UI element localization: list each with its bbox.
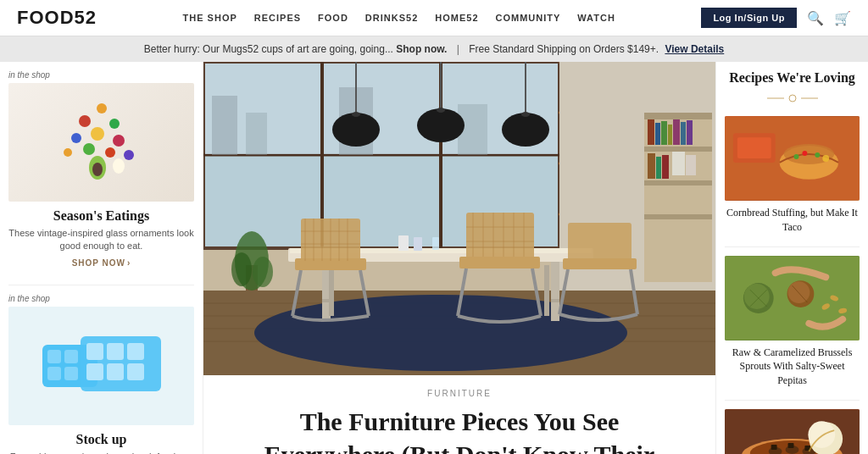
svg-point-136: [788, 281, 810, 303]
shipping-text: Free Standard Shipping on Orders $149+.: [469, 43, 659, 55]
recipes-ornament: [725, 92, 860, 108]
shop-desc-2: Freezable soup-size cubes = lunch for da…: [8, 451, 194, 454]
main-content: in the shop: [0, 62, 868, 454]
ice-tray-illustration: [34, 319, 170, 412]
recipe-card-1[interactable]: Cornbread Stuffing, but Make It Taco: [725, 116, 860, 235]
svg-rect-55: [648, 153, 655, 179]
svg-rect-46: [644, 180, 712, 185]
nav-community[interactable]: COMMUNITY: [496, 13, 561, 23]
nav-drinks52[interactable]: DRINKS52: [365, 13, 418, 23]
svg-rect-56: [656, 157, 661, 179]
shop-title-1: Season's Eatings: [8, 208, 194, 224]
site-header: FOOD52 THE SHOP RECIPES FOOD DRINKS52 HO…: [0, 0, 868, 36]
svg-rect-49: [655, 123, 660, 145]
svg-rect-102: [398, 235, 409, 251]
svg-point-113: [521, 112, 530, 117]
nav-home52[interactable]: HOME52: [435, 13, 478, 23]
svg-point-128: [815, 152, 820, 158]
shop-now-link[interactable]: Shop now.: [396, 43, 447, 55]
svg-point-119: [789, 95, 796, 102]
svg-point-3: [91, 127, 104, 141]
svg-point-9: [124, 150, 134, 160]
svg-rect-72: [322, 299, 331, 302]
ornaments-illustration: [51, 91, 153, 193]
furniture-scene-svg: [203, 62, 715, 375]
svg-point-112: [502, 113, 549, 147]
cart-icon[interactable]: 🛒: [834, 10, 851, 26]
svg-point-0: [97, 103, 107, 114]
recipe-card-2[interactable]: Raw & Caramelized Brussels Sprouts With …: [725, 256, 860, 388]
svg-rect-47: [644, 214, 712, 219]
view-details-link[interactable]: View Details: [665, 43, 724, 55]
svg-rect-50: [661, 121, 667, 145]
svg-rect-57: [662, 155, 669, 179]
svg-rect-70: [329, 265, 334, 316]
shop-card-2: in the shop: [8, 294, 194, 454]
svg-rect-15: [64, 350, 78, 363]
svg-point-107: [352, 112, 360, 117]
recipes-title: Recipes We're Loving: [725, 70, 860, 86]
svg-point-117: [253, 257, 273, 287]
svg-point-5: [113, 135, 125, 147]
article-label: FURNITURE: [237, 389, 682, 398]
svg-rect-24: [127, 363, 144, 380]
svg-point-152: [808, 421, 835, 448]
svg-rect-22: [86, 363, 103, 380]
shop-title-2: Stock up: [8, 432, 194, 447]
svg-point-11: [92, 163, 103, 176]
shop-image-2: [8, 307, 194, 425]
svg-rect-16: [47, 367, 61, 380]
hero-image: [203, 62, 715, 375]
nav-food[interactable]: FOOD: [318, 13, 348, 23]
svg-rect-98: [568, 223, 632, 261]
recipe-image-1: [725, 116, 860, 201]
svg-rect-123: [737, 137, 771, 158]
svg-point-7: [105, 147, 115, 158]
recipe-card-3[interactable]: Chocolate Chunk & Pecan Pie With No-Chur…: [725, 409, 860, 454]
svg-point-110: [437, 108, 445, 113]
nav-watch[interactable]: WATCH: [577, 13, 615, 23]
nav-the-shop[interactable]: THE SHOP: [183, 13, 237, 23]
left-sidebar: in the shop: [0, 62, 203, 454]
svg-rect-149: [788, 443, 794, 448]
nav-recipes[interactable]: RECIPES: [254, 13, 301, 23]
shop-desc-1: These vintage-inspired glass ornaments l…: [8, 227, 194, 253]
right-sidebar: Recipes We're Loving: [715, 62, 868, 454]
recipe-title-2: Raw & Caramelized Brussels Sprouts With …: [725, 346, 860, 388]
svg-rect-21: [127, 343, 144, 360]
svg-rect-87: [459, 257, 540, 269]
shop-tag-1: in the shop: [8, 70, 194, 80]
svg-point-109: [417, 108, 465, 142]
logo[interactable]: FOOD52: [17, 7, 97, 29]
svg-rect-19: [86, 343, 103, 360]
svg-rect-44: [644, 113, 712, 119]
search-icon[interactable]: 🔍: [807, 10, 824, 26]
main-nav: THE SHOP RECIPES FOOD DRINKS52 HOME52 CO…: [183, 13, 615, 23]
shop-card-1: in the shop: [8, 70, 194, 268]
svg-point-12: [113, 158, 125, 174]
login-button[interactable]: Log In/Sign Up: [701, 8, 797, 28]
article-info: FURNITURE The Furniture Pieces You See E…: [203, 389, 715, 454]
svg-rect-23: [107, 363, 124, 380]
shop-now-1[interactable]: SHOP NOW ›: [8, 258, 194, 268]
svg-rect-59: [686, 155, 696, 175]
svg-rect-20: [107, 343, 124, 360]
svg-rect-17: [64, 367, 78, 380]
svg-point-127: [802, 151, 807, 156]
recipe-image-3: [725, 409, 860, 454]
promo-banner: Better hurry: Our Mugs52 cups of art are…: [0, 36, 868, 62]
svg-point-2: [109, 119, 120, 129]
center-content: FURNITURE The Furniture Pieces You See E…: [203, 62, 715, 454]
shop-image-1: [8, 83, 194, 202]
svg-rect-52: [673, 119, 680, 145]
svg-rect-53: [681, 122, 686, 145]
svg-rect-148: [771, 445, 777, 450]
svg-point-8: [64, 148, 72, 157]
sidebar-divider: [8, 285, 194, 285]
shop-tag-2: in the shop: [8, 294, 194, 303]
svg-rect-48: [648, 119, 654, 145]
svg-point-4: [71, 133, 81, 143]
banner-separator: |: [457, 43, 459, 55]
svg-point-1: [79, 115, 91, 127]
svg-point-65: [254, 295, 627, 371]
